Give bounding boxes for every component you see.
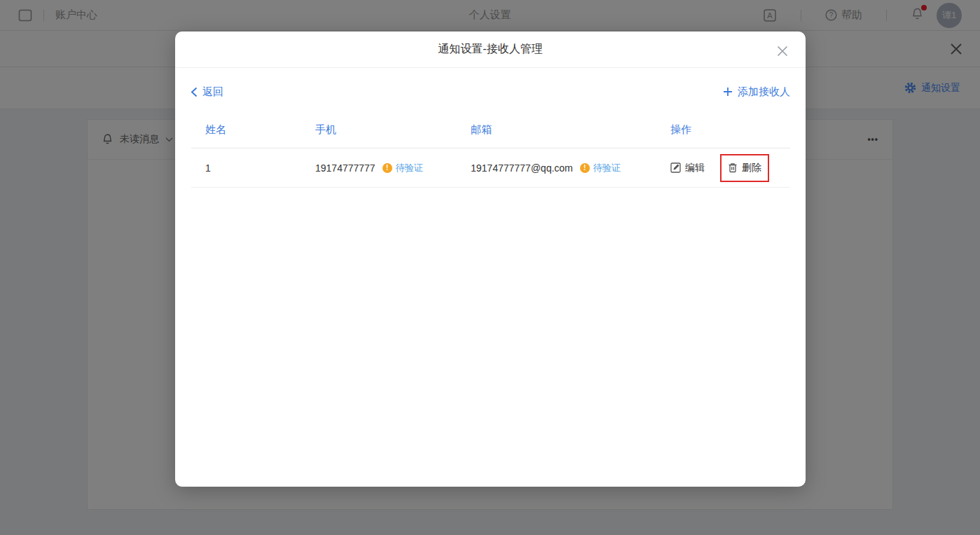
chevron-left-icon	[191, 87, 198, 97]
trash-icon	[728, 162, 738, 173]
recipient-email: 19174777777@qq.com	[471, 162, 573, 174]
modal-title: 通知设置-接收人管理	[438, 42, 542, 57]
modal-toolbar: 返回 添加接收人	[191, 80, 790, 104]
column-header-actions: 操作	[656, 123, 790, 137]
recipient-management-modal: 通知设置-接收人管理 返回 添加接收人	[175, 32, 806, 487]
email-status-badge[interactable]: ! 待验证	[580, 162, 621, 174]
phone-status-badge[interactable]: ! 待验证	[382, 162, 423, 174]
add-recipient-button[interactable]: 添加接收人	[723, 85, 790, 99]
recipient-email-cell: 19174777777@qq.com ! 待验证	[457, 162, 656, 174]
back-label: 返回	[202, 85, 223, 99]
table-header-row: 姓名 手机 邮箱 操作	[191, 112, 790, 148]
back-button[interactable]: 返回	[191, 85, 223, 99]
email-status-label: 待验证	[593, 162, 621, 174]
phone-status-label: 待验证	[396, 162, 423, 174]
recipient-name: 1	[191, 162, 301, 174]
screen: 账户中心 个人设置 A ?	[0, 0, 980, 535]
table-row: 1 19174777777 ! 待验证 19174777777@qq.com !…	[191, 148, 790, 188]
recipient-table: 姓名 手机 邮箱 操作 1 19174777777 ! 待验证 19174777…	[191, 112, 790, 188]
recipient-phone: 19174777777	[315, 162, 375, 174]
delete-highlight-box: 删除	[720, 154, 769, 182]
add-recipient-label: 添加接收人	[738, 85, 790, 99]
edit-icon	[670, 162, 681, 173]
warning-icon: !	[580, 163, 590, 173]
modal-header: 通知设置-接收人管理	[175, 32, 806, 68]
column-header-name: 姓名	[191, 123, 301, 137]
modal-close-button[interactable]	[773, 42, 792, 60]
actions-cell: 编辑 删除	[656, 154, 790, 182]
column-header-email: 邮箱	[457, 123, 656, 137]
delete-button[interactable]: 删除	[728, 162, 761, 174]
warning-icon: !	[382, 163, 392, 173]
recipient-phone-cell: 19174777777 ! 待验证	[301, 162, 457, 174]
edit-label: 编辑	[685, 162, 705, 174]
delete-label: 删除	[742, 162, 761, 174]
plus-icon	[723, 87, 733, 97]
edit-button[interactable]: 编辑	[670, 162, 705, 174]
close-icon	[775, 43, 790, 59]
column-header-phone: 手机	[301, 123, 457, 137]
